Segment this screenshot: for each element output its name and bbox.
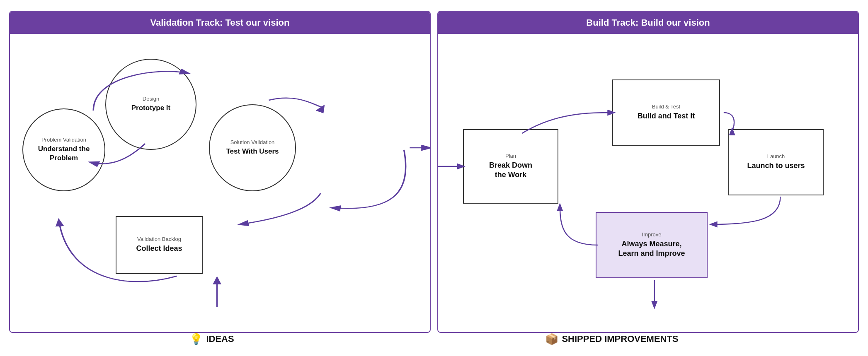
build-test-title: Build and Test It [638, 111, 695, 121]
design-title: Prototype It [131, 103, 170, 113]
validation-backlog-node: Validation Backlog Collect Ideas [116, 216, 203, 274]
validation-track: Validation Track: Test our vision Proble… [9, 11, 431, 333]
design-node: Design Prototype It [105, 59, 196, 150]
improve-title: Always Measure,Learn and Improve [618, 239, 685, 259]
shipped-icon: 📦 [545, 333, 558, 346]
ideas-icon: 💡 [189, 333, 203, 346]
plan-subtitle: Plan [505, 153, 516, 159]
build-test-node: Build & Test Build and Test It [612, 79, 720, 146]
ideas-text: IDEAS [206, 334, 234, 344]
launch-subtitle: Launch [767, 153, 785, 159]
validation-backlog-subtitle: Validation Backlog [137, 236, 181, 242]
validation-track-body: Problem Validation Understand theProblem… [10, 34, 430, 332]
plan-title: Break Downthe Work [489, 161, 532, 180]
shipped-label: 📦 SHIPPED IMPROVEMENTS [545, 333, 678, 346]
build-track-body: Plan Break Downthe Work Build & Test Bui… [438, 34, 858, 332]
launch-title: Launch to users [747, 161, 805, 171]
solution-validation-subtitle: Solution Validation [230, 139, 275, 145]
build-track: Build Track: Build our vision Plan Break… [437, 11, 859, 333]
improve-node: Improve Always Measure,Learn and Improve [596, 212, 708, 278]
problem-validation-node: Problem Validation Understand theProblem [22, 108, 105, 191]
ideas-label: 💡 IDEAS [189, 333, 234, 346]
problem-validation-title: Understand theProblem [38, 144, 90, 163]
build-track-header: Build Track: Build our vision [438, 12, 858, 34]
solution-validation-title: Test With Users [226, 147, 279, 156]
problem-validation-subtitle: Problem Validation [41, 137, 86, 143]
solution-validation-node: Solution Validation Test With Users [209, 104, 296, 191]
diagram-container: Validation Track: Test our vision Proble… [9, 11, 859, 333]
validation-backlog-title: Collect Ideas [136, 244, 182, 253]
launch-node: Launch Launch to users [728, 129, 824, 195]
shipped-text: SHIPPED IMPROVEMENTS [562, 334, 678, 344]
design-subtitle: Design [143, 96, 159, 102]
validation-track-header: Validation Track: Test our vision [10, 12, 430, 34]
improve-subtitle: Improve [642, 231, 662, 238]
build-test-subtitle: Build & Test [652, 103, 680, 110]
plan-node: Plan Break Downthe Work [463, 129, 558, 204]
